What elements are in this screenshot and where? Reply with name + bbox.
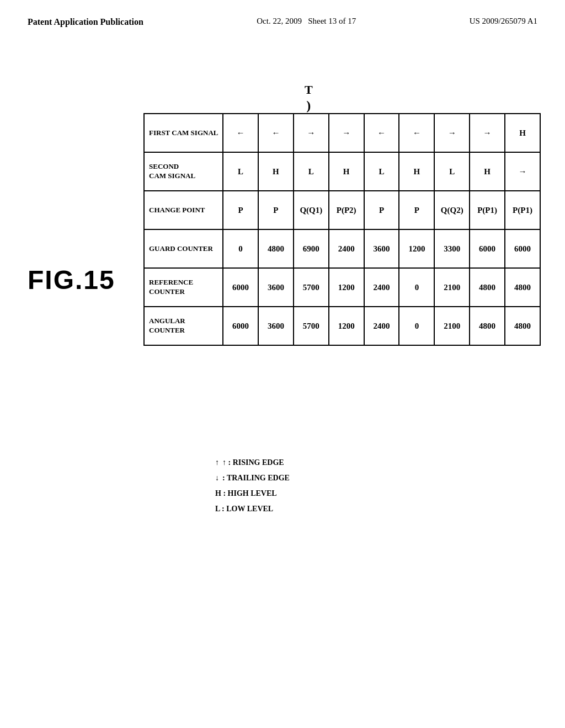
legend-low: L : LOW LEVEL <box>215 501 290 517</box>
page-header: Patent Application Publication Oct. 22, … <box>0 0 565 28</box>
table-row: REFERENCECOUNTER 6000 3600 5700 1200 240… <box>144 268 540 307</box>
trailing-label: : TRAILING EDGE <box>222 470 290 486</box>
row-header-change-point: CHANGE POINT <box>144 191 223 229</box>
trailing-arrow-icon: ↓ <box>215 470 219 486</box>
row-header-reference-counter: REFERENCECOUNTER <box>144 268 223 307</box>
legend-trailing: ↓ : TRAILING EDGE <box>215 470 290 486</box>
legend-rising: ↑ ↑ : RISING EDGE <box>215 455 290 470</box>
legend-high: H : HIGH LEVEL <box>215 486 290 501</box>
table-row: ANGULARCOUNTER 6000 3600 5700 1200 2400 … <box>144 307 540 345</box>
table-row: FIRST CAM SIGNAL ← ← → → ← ← → → H <box>144 114 540 152</box>
rising-arrow-icon: ↑ <box>215 455 219 470</box>
table-row: GUARD COUNTER 0 4800 6900 2400 3600 1200… <box>144 229 540 268</box>
publication-number: US 2009/265079 A1 <box>470 17 537 26</box>
row-header-second-cam: SECONDCAM SIGNAL <box>144 152 223 191</box>
t-letter: T <box>305 83 313 97</box>
t-annotation: T ) <box>305 83 313 113</box>
table-row: CHANGE POINT P P Q(Q1) P(P2) P P Q(Q2) P… <box>144 191 540 229</box>
data-table-wrapper: FIRST CAM SIGNAL ← ← → → ← ← → → H SECON… <box>143 113 548 346</box>
data-table: FIRST CAM SIGNAL ← ← → → ← ← → → H SECON… <box>143 113 541 346</box>
row-header-angular-counter: ANGULARCOUNTER <box>144 307 223 345</box>
legend: ↑ ↑ : RISING EDGE ↓ : TRAILING EDGE H : … <box>215 455 290 517</box>
row-header-first-cam: FIRST CAM SIGNAL <box>144 114 223 152</box>
publication-date: Oct. 22, 2009 Sheet 13 of 17 <box>257 17 356 26</box>
figure-label: FIG.15 <box>28 265 115 295</box>
high-label: H : HIGH LEVEL <box>215 486 277 501</box>
row-header-guard-counter: GUARD COUNTER <box>144 229 223 268</box>
t-bracket: ) <box>306 98 311 113</box>
table-row: SECONDCAM SIGNAL L H L H L H L H → <box>144 152 540 191</box>
low-label: L : LOW LEVEL <box>215 501 273 517</box>
publication-title: Patent Application Publication <box>28 17 143 28</box>
rising-label: ↑ : RISING EDGE <box>222 455 284 470</box>
